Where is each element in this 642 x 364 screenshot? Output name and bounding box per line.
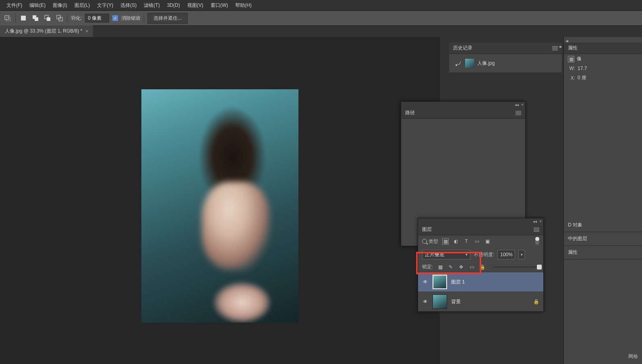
canvas-image — [141, 89, 298, 323]
options-bar: 羽化: ✓ 消除锯齿 选择并遮住... — [0, 10, 642, 26]
close-icon[interactable]: × — [85, 29, 88, 34]
rp-properties[interactable]: 属性 — [568, 249, 578, 256]
selection-new-icon[interactable] — [19, 14, 28, 23]
layers-panel: ◂◂ × 图层 类型 ▦ ◐ T ▭ ▣ 正片叠底 ▾ 不透明度: — [418, 218, 544, 312]
close-icon[interactable]: × — [539, 219, 542, 224]
chevron-down-icon: ▾ — [466, 253, 468, 257]
filter-type-icon[interactable]: T — [463, 238, 470, 245]
menu-help[interactable]: 帮助(H) — [232, 0, 255, 10]
opacity-value[interactable]: 100% — [497, 250, 515, 259]
menu-window[interactable]: 窗口(W) — [207, 0, 231, 10]
menu-layer[interactable]: 图层(L) — [71, 0, 93, 10]
selection-intersect-icon[interactable] — [55, 14, 64, 23]
antialias-label: 消除锯齿 — [121, 15, 141, 22]
opacity-label: 不透明度: — [474, 251, 494, 258]
svg-rect-2 — [21, 16, 26, 21]
layer-thumbnail[interactable] — [433, 275, 447, 289]
lock-icon: 🔒 — [533, 299, 539, 304]
close-icon[interactable]: × — [521, 103, 524, 107]
menu-edit[interactable]: 编辑(E) — [26, 0, 49, 10]
filter-toggle[interactable] — [535, 238, 539, 245]
pixel-label: 像 — [577, 56, 582, 62]
svg-rect-6 — [47, 17, 50, 21]
lock-position-icon[interactable]: ✥ — [458, 264, 464, 270]
collapse-icon[interactable]: ◂◂ — [565, 39, 567, 43]
rp-3d-objects[interactable]: D 对象 — [568, 222, 582, 228]
search-icon — [422, 239, 427, 244]
svg-rect-4 — [35, 17, 38, 21]
svg-point-9 — [456, 64, 457, 66]
panel-menu-icon[interactable] — [552, 46, 558, 50]
document-tabs: 人像.jpg @ 33.3% (图层 1, RGB/8) * × — [0, 26, 642, 37]
filter-smart-icon[interactable]: ▣ — [484, 238, 491, 245]
layer-item[interactable]: 👁 背景 🔒 — [418, 292, 543, 311]
tool-preset-icon[interactable] — [3, 14, 12, 23]
lock-transparent-icon[interactable]: ▦ — [437, 264, 443, 270]
history-title: 历史记录 — [453, 45, 472, 51]
feather-label: 羽化: — [71, 15, 82, 22]
history-item-label: 人像.jpg — [477, 60, 495, 67]
select-and-mask-button[interactable]: 选择并遮住... — [147, 13, 188, 24]
lock-all-icon[interactable]: 🔒 — [479, 264, 485, 270]
layer-name[interactable]: 图层 1 — [451, 279, 465, 286]
blend-mode-select[interactable]: 正片叠底 ▾ — [422, 250, 470, 259]
layers-title: 图层 — [422, 226, 432, 233]
selection-subtract-icon[interactable] — [43, 14, 52, 23]
history-item[interactable]: 人像.jpg — [451, 56, 559, 70]
history-brush-icon — [455, 60, 462, 67]
document-tab-title: 人像.jpg @ 33.3% (图层 1, RGB/8) * — [5, 28, 82, 35]
blend-mode-value: 正片叠底 — [425, 251, 444, 258]
lock-artboard-icon[interactable]: ▭ — [468, 264, 475, 270]
menu-filter[interactable]: 滤镜(T) — [141, 0, 163, 10]
footer-grid-label: 网格 — [628, 353, 638, 360]
menu-3d[interactable]: 3D(D) — [164, 1, 183, 10]
layer-filter-type[interactable]: 类型 — [422, 238, 438, 245]
filter-pixel-icon[interactable]: ▦ — [442, 238, 449, 245]
layer-name[interactable]: 背景 — [451, 298, 461, 305]
lock-label: 锁定: — [422, 263, 433, 270]
properties-title: 属性 — [568, 45, 578, 51]
svg-rect-0 — [5, 16, 9, 20]
x-value[interactable]: 0 厘 — [578, 74, 586, 81]
menu-file[interactable]: 文件(F) — [3, 0, 25, 10]
history-panel: ◂◂ 历史记录 人像.jpg — [449, 43, 562, 72]
menu-type[interactable]: 文字(Y) — [94, 0, 116, 10]
filter-shape-icon[interactable]: ▭ — [474, 238, 480, 245]
lock-image-icon[interactable]: ✎ — [447, 264, 454, 270]
menu-image[interactable]: 图像(I) — [50, 0, 70, 10]
menu-select[interactable]: 选择(S) — [117, 0, 140, 10]
layer-item[interactable]: 👁 图层 1 — [418, 272, 543, 292]
properties-panel: ◂◂ 属性 ▦ 像 W: 17.7 X: 0 厘 D 对象 中的图层 属性 网格 — [563, 37, 642, 364]
layer-list: 👁 图层 1 👁 背景 🔒 — [418, 272, 543, 311]
width-label: W: — [568, 66, 575, 71]
antialias-checkbox[interactable]: ✓ — [112, 15, 118, 21]
rp-layers-in[interactable]: 中的图层 — [568, 235, 587, 242]
menu-bar: 文件(F) 编辑(E) 图像(I) 图层(L) 文字(Y) 选择(S) 滤镜(T… — [0, 0, 642, 10]
layer-thumbnail[interactable] — [433, 294, 447, 309]
panel-menu-icon[interactable] — [534, 228, 539, 232]
visibility-icon[interactable]: 👁 — [422, 298, 429, 305]
history-thumbnail — [465, 59, 474, 68]
collapse-icon[interactable]: ◂◂ — [515, 103, 519, 107]
visibility-icon[interactable]: 👁 — [422, 279, 429, 285]
document-tab[interactable]: 人像.jpg @ 33.3% (图层 1, RGB/8) * × — [0, 25, 93, 37]
width-value[interactable]: 17.7 — [578, 66, 587, 71]
collapse-icon[interactable]: ◂◂ — [559, 44, 560, 49]
feather-input[interactable] — [85, 14, 109, 23]
selection-add-icon[interactable] — [31, 14, 40, 23]
menu-view[interactable]: 视图(V) — [184, 0, 207, 10]
filter-adjustment-icon[interactable]: ◐ — [453, 238, 459, 245]
svg-rect-1 — [6, 17, 10, 21]
collapse-icon[interactable]: ◂◂ — [533, 219, 537, 224]
canvas-area[interactable] — [0, 37, 440, 364]
pixel-layer-icon: ▦ — [568, 56, 574, 62]
opacity-dropdown[interactable]: ▾ — [518, 250, 525, 259]
panel-menu-icon[interactable] — [516, 111, 521, 115]
paths-title: 路径 — [405, 109, 415, 116]
x-label: X: — [568, 75, 575, 81]
fill-slider[interactable] — [493, 266, 539, 268]
